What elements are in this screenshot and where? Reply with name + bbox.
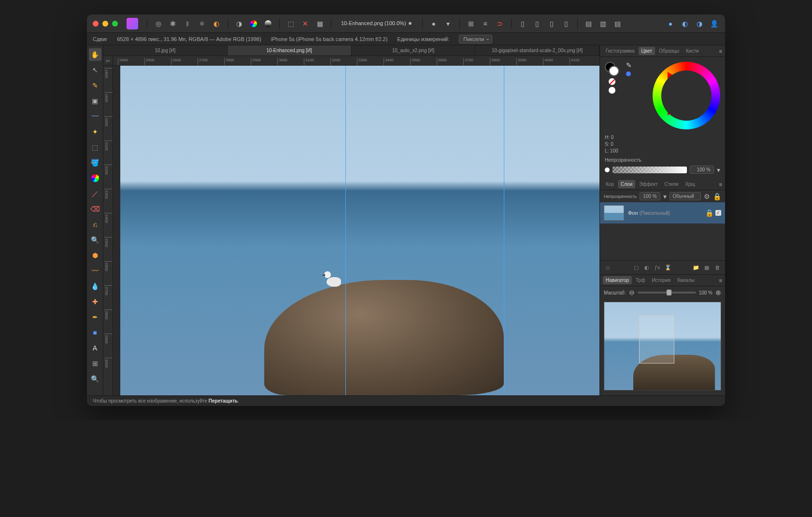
healing-tool[interactable]: ✚ bbox=[89, 295, 101, 308]
smudge-tool[interactable]: 〰 bbox=[89, 265, 101, 277]
zoom-slider[interactable] bbox=[638, 292, 696, 293]
align-right-icon[interactable]: ▤ bbox=[613, 18, 623, 29]
paint-brush-tool[interactable]: ／ bbox=[89, 187, 101, 200]
lock-icon[interactable]: 🔒 bbox=[705, 210, 713, 216]
marquee-tool[interactable]: ⬚ bbox=[89, 141, 101, 154]
tab-color[interactable]: Цвет bbox=[639, 47, 655, 55]
tab-navigator[interactable]: Навигатор bbox=[603, 276, 632, 284]
secondary-color-swatch[interactable] bbox=[609, 66, 619, 76]
document-tab[interactable]: 10-gigapixel-standard-scale-2_00x.png [И… bbox=[475, 45, 599, 56]
selection-brush-tool[interactable]: 〰 bbox=[89, 110, 101, 123]
layer-item[interactable]: Фон (Пиксельный) 🔒 ✓ bbox=[600, 202, 725, 224]
no-color-icon[interactable] bbox=[609, 78, 615, 85]
color-triangle[interactable] bbox=[668, 72, 705, 115]
document-tab[interactable]: 10_auto_x2.png [И] bbox=[352, 45, 476, 56]
layer-blend-icon[interactable]: ◇ bbox=[604, 264, 612, 271]
panel-menu-icon[interactable]: ≡ bbox=[719, 182, 722, 187]
snapping-dropdown-icon[interactable]: ▾ bbox=[443, 18, 454, 29]
tab-layers[interactable]: Слои bbox=[618, 180, 635, 188]
snapping-icon[interactable]: ● bbox=[428, 18, 439, 29]
align-center-icon[interactable]: ▥ bbox=[598, 18, 609, 29]
move-tool[interactable]: ↖ bbox=[89, 64, 101, 76]
pen-tool[interactable]: ✒ bbox=[89, 311, 101, 323]
color-wheel[interactable] bbox=[653, 62, 720, 129]
maximize-window-button[interactable] bbox=[112, 21, 118, 27]
opacity-dropdown-icon[interactable]: ▾ bbox=[717, 167, 720, 173]
color-chip-icon[interactable] bbox=[626, 71, 631, 76]
minimize-window-button[interactable] bbox=[102, 21, 108, 27]
grid-icon[interactable]: ⊞ bbox=[466, 18, 476, 29]
clone-brush-tool[interactable]: ⎌ bbox=[89, 218, 101, 231]
guides-icon[interactable]: ≡ bbox=[480, 18, 491, 29]
live-filter-icon[interactable]: ⌛ bbox=[664, 264, 672, 271]
document-tab[interactable]: 10.jpg [И] bbox=[103, 45, 228, 56]
tab-swatches[interactable]: Образцы bbox=[656, 47, 682, 55]
layer-opacity-input[interactable]: 100 % bbox=[640, 192, 660, 200]
tab-transform[interactable]: Трф bbox=[633, 276, 648, 284]
assist-1-icon[interactable]: ● bbox=[665, 18, 676, 29]
selection-refine-icon[interactable]: ✕ bbox=[300, 18, 311, 29]
quick-mask-icon[interactable]: ▦ bbox=[314, 18, 325, 29]
navigator-preview[interactable] bbox=[604, 302, 721, 391]
recent-color-swatch[interactable] bbox=[609, 87, 615, 94]
arrange-back-icon[interactable]: ▯ bbox=[517, 18, 528, 29]
zoom-out-icon[interactable]: ⊖ bbox=[629, 289, 635, 296]
dodge-tool[interactable]: 🔍 bbox=[89, 234, 101, 246]
gradient-tool[interactable] bbox=[89, 172, 101, 184]
trash-icon[interactable]: 🗑 bbox=[713, 264, 721, 271]
folder-icon[interactable]: 📁 bbox=[692, 264, 700, 271]
tab-channels[interactable]: Каналы bbox=[674, 276, 698, 284]
tab-brushes[interactable]: Кисти bbox=[683, 47, 702, 55]
persona-liquify-icon[interactable]: ❃ bbox=[168, 18, 178, 29]
fx-icon[interactable]: ƒx bbox=[654, 264, 661, 271]
inpainting-tool[interactable]: ⬢ bbox=[89, 249, 101, 262]
align-left-icon[interactable]: ▤ bbox=[584, 18, 594, 29]
blur-tool[interactable]: 💧 bbox=[89, 280, 101, 293]
selection-marquee-icon[interactable]: ⬚ bbox=[285, 18, 296, 29]
adjustment-icon[interactable]: ◐ bbox=[643, 264, 651, 271]
color-swatch-pair[interactable] bbox=[605, 62, 619, 76]
eyedropper-icon[interactable]: ✎ bbox=[626, 62, 632, 69]
zoom-value[interactable]: 100 % bbox=[699, 290, 712, 295]
persona-photo-icon[interactable]: ◎ bbox=[153, 18, 164, 29]
tab-history[interactable]: История bbox=[649, 276, 673, 284]
zoom-tool[interactable]: 🔍 bbox=[89, 373, 101, 385]
flood-fill-tool[interactable]: 🪣 bbox=[89, 156, 101, 169]
adjust-color-icon[interactable] bbox=[248, 18, 259, 29]
assist-3-icon[interactable]: ◑ bbox=[694, 18, 705, 29]
assist-2-icon[interactable]: ◐ bbox=[680, 18, 690, 29]
chevron-down-icon[interactable]: ▾ bbox=[663, 193, 667, 200]
arrange-forward-icon[interactable]: ▯ bbox=[546, 18, 557, 29]
canvas[interactable] bbox=[113, 66, 599, 395]
persona-develop-icon[interactable]: ⫴ bbox=[182, 18, 193, 29]
navigator-viewport-box[interactable] bbox=[639, 315, 674, 363]
ruler-horizontal[interactable]: 2400250026002700280029003000310032003300… bbox=[113, 56, 599, 66]
erase-brush-tool[interactable]: ⌫ bbox=[89, 203, 101, 215]
persona-export-icon[interactable]: ◐ bbox=[211, 18, 222, 29]
add-layer-icon[interactable]: ▦ bbox=[703, 264, 711, 271]
panel-menu-icon[interactable]: ≡ bbox=[719, 48, 722, 54]
close-window-button[interactable] bbox=[93, 21, 99, 27]
tab-effects[interactable]: Эффект bbox=[636, 180, 660, 188]
zoom-in-icon[interactable]: ⊕ bbox=[715, 289, 721, 296]
blend-mode-select[interactable]: Обычный bbox=[670, 192, 701, 200]
adjust-bw-icon[interactable]: ◑ bbox=[234, 18, 244, 29]
opacity-slider[interactable] bbox=[613, 167, 687, 173]
document-tab[interactable]: 10-Enhanced.png [И] bbox=[228, 45, 352, 56]
panel-menu-icon[interactable]: ≡ bbox=[719, 278, 722, 283]
guide-line[interactable] bbox=[345, 66, 346, 395]
ruler-vertical[interactable]: 1800190020002100220023002400250026002700… bbox=[103, 66, 113, 395]
units-select[interactable]: Пиксели bbox=[459, 35, 492, 43]
text-tool[interactable]: A bbox=[89, 342, 101, 354]
guide-line[interactable] bbox=[504, 66, 504, 395]
lock-icon[interactable]: 🔒 bbox=[713, 193, 721, 200]
crop-tool[interactable]: ▣ bbox=[89, 95, 101, 107]
color-picker-tool[interactable]: ✎ bbox=[89, 79, 101, 92]
tab-histogram[interactable]: Гистограмма bbox=[603, 47, 638, 55]
mask-icon[interactable]: ▢ bbox=[632, 264, 640, 271]
arrange-backward-icon[interactable]: ▯ bbox=[532, 18, 542, 29]
layer-visible-checkbox[interactable]: ✓ bbox=[715, 210, 721, 216]
magnet-icon[interactable]: ⊃ bbox=[495, 18, 505, 29]
gear-icon[interactable]: ⚙ bbox=[704, 193, 710, 200]
mesh-warp-tool[interactable]: ⊞ bbox=[89, 357, 101, 370]
